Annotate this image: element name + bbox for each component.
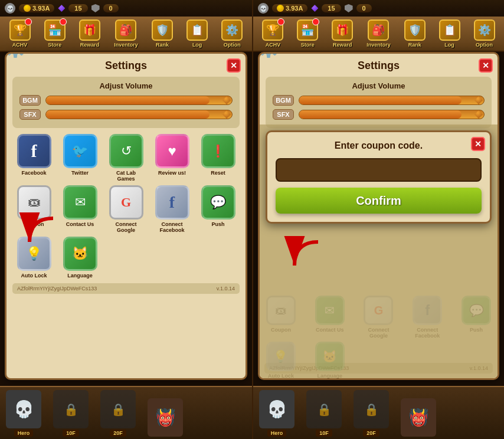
achv-icon-right: 🏆 (262, 19, 283, 41)
option-icon-left: ⚙️ (221, 19, 243, 41)
nav-option-left[interactable]: ⚙️ Option (221, 19, 243, 48)
coupon-overlay-right: ✕ Enter coupon code. Confirm (260, 125, 498, 378)
nav-achv-right[interactable]: 🏆 ACHV (262, 19, 283, 48)
autolock-icon: 💡 (17, 237, 51, 271)
char-hero-label-left: Hero (14, 430, 34, 437)
nav-option-right[interactable]: ⚙️ Option (474, 19, 495, 48)
nav-rank-left[interactable]: 🛡️ Rank (152, 19, 173, 48)
nav-reward-left[interactable]: 🎁 Reward (79, 19, 100, 48)
nav-log-left[interactable]: 📋 Log (186, 19, 208, 48)
coupon-confirm-button[interactable]: Confirm (276, 188, 482, 214)
gem-count-right: 15 (322, 4, 341, 12)
sfx-slider-right[interactable] (299, 110, 485, 119)
char-monster-img-right: 👹 (401, 398, 436, 437)
nav-store-right[interactable]: 🏪 Store (297, 19, 318, 48)
char-20f-img-left (100, 390, 136, 428)
twitter-icon: 🐦 (63, 134, 97, 168)
gem-icon-left (58, 5, 65, 12)
push-button[interactable]: 💬 Push (197, 185, 240, 233)
char-20f-right[interactable]: 20F (348, 390, 395, 439)
char-monster-left[interactable]: 👹 (142, 398, 189, 439)
coupon-close-button[interactable]: ✕ (471, 137, 485, 151)
nav-reward-right[interactable]: 🎁 Reward (332, 19, 353, 48)
facebook-label: Facebook (21, 170, 46, 176)
nav-inventory-right[interactable]: 🎒 Inventory (366, 19, 391, 48)
char-10f-img-right (306, 390, 342, 428)
settings-gear-right: ⚙️ (258, 52, 280, 58)
char-monster-right[interactable]: 👹 (395, 398, 442, 439)
sfx-label-right: SFX (273, 109, 294, 120)
language-button[interactable]: 🐱 Language (58, 237, 102, 279)
bgm-slider-right[interactable] (299, 96, 485, 105)
char-10f-label-left: 10F (63, 430, 79, 437)
contact-button[interactable]: ✉ Contact Us (58, 185, 102, 233)
char-10f-left[interactable]: 10F (47, 390, 94, 439)
bgm-fill-left (46, 96, 210, 104)
close-button-left[interactable]: ✕ (227, 58, 241, 73)
char-hero-right[interactable]: 💀 Hero (253, 390, 300, 439)
settings-gear-left: ⚙️ (5, 52, 27, 58)
inventory-icon-right: 🎒 (368, 19, 389, 41)
coupon-modal-right: ✕ Enter coupon code. Confirm (266, 130, 492, 224)
reset-label: Reset (211, 170, 225, 176)
char-bar-left: 💀 Hero 10F 20F 👹 (0, 386, 252, 439)
catlab-label: Cat LabGames (116, 170, 136, 182)
bgm-label-right: BGM (273, 95, 294, 106)
facebook-button[interactable]: f Facebook (12, 134, 55, 182)
skull-icon-right: 💀 (258, 3, 269, 14)
char-20f-left[interactable]: 20F (94, 390, 142, 439)
char-10f-right[interactable]: 10F (300, 390, 348, 439)
volume-section-left: Adjust Volume BGM SFX (12, 77, 240, 128)
push-icon: 💬 (201, 185, 235, 220)
inventory-icon-left: 🎒 (115, 19, 136, 41)
sfx-slider-left[interactable] (45, 110, 233, 119)
close-button-right[interactable]: ✕ (479, 58, 493, 73)
connect-facebook-label: ConnectFacebook (159, 221, 184, 233)
nav-bar-right: 🏆 ACHV 🏪 Store 🎁 Reward 🎒 Inventory 🛡️ R… (253, 17, 504, 52)
bgm-slider-left[interactable] (45, 96, 233, 105)
twitter-label: Twitter (71, 170, 89, 176)
bgm-diamond-right (474, 96, 483, 104)
coupon-button[interactable]: 🎟 Coupon (12, 185, 55, 233)
char-bar-right: 💀 Hero 10F 20F 👹 (253, 386, 504, 439)
nav-rank-right[interactable]: 🛡️ Rank (404, 19, 426, 48)
catlab-icon: ↺ (109, 134, 143, 168)
bgm-fill-right (299, 96, 462, 104)
sfx-row-left: SFX (19, 109, 233, 120)
review-icon: ♥ (155, 134, 189, 168)
connect-google-button[interactable]: G ConnectGoogle (104, 185, 148, 233)
coin-display-right: 3.93A (272, 4, 307, 12)
achv-icon-left: 🏆 (9, 19, 31, 41)
catlab-button[interactable]: ↺ Cat LabGames (104, 134, 148, 182)
connect-facebook-button[interactable]: f ConnectFacebook (150, 185, 194, 233)
coupon-input-field[interactable] (276, 158, 482, 182)
autolock-label: Auto Lock (21, 273, 47, 279)
shield-count-right: 0 (356, 4, 372, 12)
char-hero-left[interactable]: 💀 Hero (0, 390, 47, 439)
twitter-button[interactable]: 🐦 Twitter (58, 134, 102, 182)
char-20f-label-left: 20F (110, 430, 126, 437)
autolock-button[interactable]: 💡 Auto Lock (12, 237, 55, 279)
footer-bar-left: AZfolRrmYIYjIZygIJpDWeFCs133 v.1.0.14 (12, 283, 240, 294)
connect-facebook-icon: f (155, 185, 189, 220)
language-label: Language (67, 273, 93, 279)
connect-google-label: ConnectGoogle (116, 221, 137, 233)
reset-button[interactable]: ❗ Reset (197, 134, 240, 182)
nav-achv-left[interactable]: 🏆 ACHV (9, 19, 31, 48)
nav-inventory-left[interactable]: 🎒 Inventory (114, 19, 138, 48)
sfx-fill-right (299, 110, 462, 119)
shield-icon-right (345, 4, 353, 12)
coupon-icon: 🎟 (17, 185, 51, 220)
nav-store-left[interactable]: 🏪 Store (44, 19, 66, 48)
left-panel: 💀 3.93A 15 0 🏆 ACHV 🏪 Store 🎁 Reward 🎒 I… (0, 0, 252, 439)
bgm-row-right: BGM (273, 95, 485, 106)
settings-title-right: Settings (266, 60, 492, 72)
review-button[interactable]: ♥ Review us! (150, 134, 194, 182)
bgm-diamond-left (222, 96, 231, 104)
char-hero-label-right: Hero (267, 430, 287, 437)
store-icon-left: 🏪 (44, 19, 66, 41)
coin-icon-right (277, 5, 284, 12)
reset-icon: ❗ (201, 134, 235, 168)
nav-log-right[interactable]: 📋 Log (439, 19, 460, 48)
store-icon-right: 🏪 (297, 19, 318, 41)
